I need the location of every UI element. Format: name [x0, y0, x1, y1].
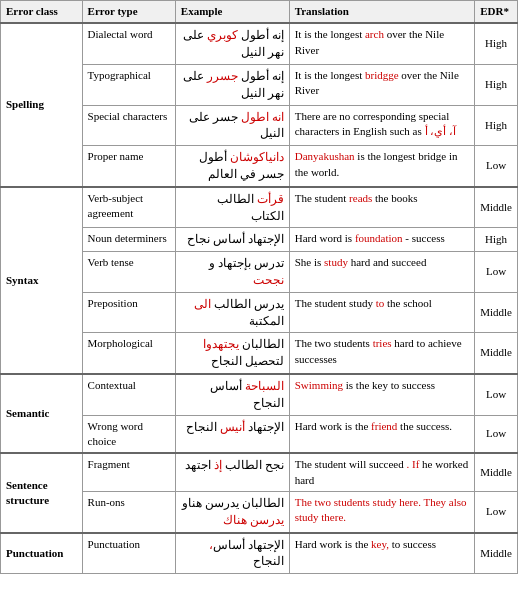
- punctuation-class: Punctuation: [1, 533, 83, 574]
- error-type: Noun determiners: [82, 228, 175, 252]
- error-type: Special characters: [82, 105, 175, 146]
- example-arabic: دانياكوشان أطول جسر في العالم: [175, 146, 289, 187]
- example-arabic: الإجتهاد أساس، النجاح: [175, 533, 289, 574]
- table-row: Spelling Dialectal word إنه أطول كوبري ع…: [1, 23, 518, 64]
- spelling-class: Spelling: [1, 23, 83, 186]
- translation-text: The student reads the books: [289, 187, 474, 228]
- edr-value: High: [475, 23, 518, 64]
- example-arabic: يدرس الطالب الى المكتبة: [175, 292, 289, 333]
- edr-value: Low: [475, 415, 518, 453]
- error-type: Verb-subject agreement: [82, 187, 175, 228]
- translation-text: It is the longest bridgge over the Nile …: [289, 64, 474, 105]
- example-arabic: تدرس بإجتهاد و نجحت: [175, 252, 289, 293]
- error-type: Wrong word choice: [82, 415, 175, 453]
- translation-text: The two students study here. They also s…: [289, 492, 474, 533]
- error-type: Proper name: [82, 146, 175, 187]
- header-error-type: Error type: [82, 1, 175, 24]
- example-arabic: الإجتهاد أساس نجاح: [175, 228, 289, 252]
- edr-value: High: [475, 105, 518, 146]
- translation-text: Swimming is the key to success: [289, 374, 474, 415]
- error-type: Punctuation: [82, 533, 175, 574]
- edr-value: Middle: [475, 292, 518, 333]
- edr-value: Middle: [475, 187, 518, 228]
- error-type: Typographical: [82, 64, 175, 105]
- translation-text: There are no corresponding special chara…: [289, 105, 474, 146]
- table-row: Syntax Verb-subject agreement قرأت الطال…: [1, 187, 518, 228]
- error-type: Verb tense: [82, 252, 175, 293]
- translation-text: Hard word is foundation - success: [289, 228, 474, 252]
- edr-value: Low: [475, 252, 518, 293]
- translation-text: Hard work is the friend the success.: [289, 415, 474, 453]
- translation-text: Hard work is the key, to success: [289, 533, 474, 574]
- error-type: Contextual: [82, 374, 175, 415]
- error-type: Preposition: [82, 292, 175, 333]
- example-arabic: قرأت الطالب الكتاب: [175, 187, 289, 228]
- translation-text: The two students tries hard to achieve s…: [289, 333, 474, 374]
- error-type: Fragment: [82, 453, 175, 491]
- header-example: Example: [175, 1, 289, 24]
- translation-text: It is the longest arch over the Nile Riv…: [289, 23, 474, 64]
- example-arabic: السباحة أساس النجاح: [175, 374, 289, 415]
- example-arabic: إنه أطول جسرر على نهر النيل: [175, 64, 289, 105]
- example-arabic: الطالبان يجتهدوا لتحصيل النجاح: [175, 333, 289, 374]
- example-arabic: انه اطول جسر على النيل: [175, 105, 289, 146]
- error-type: Run-ons: [82, 492, 175, 533]
- edr-value: Low: [475, 492, 518, 533]
- header-edr: EDR*: [475, 1, 518, 24]
- edr-value: Low: [475, 146, 518, 187]
- table-row: Punctuation Punctuation الإجتهاد أساس، ا…: [1, 533, 518, 574]
- edr-value: Middle: [475, 453, 518, 491]
- header-error-class: Error class: [1, 1, 83, 24]
- table-row: Sentence structure Fragment نجح الطالب إ…: [1, 453, 518, 491]
- translation-text: Danyakushan is the longest bridge in the…: [289, 146, 474, 187]
- example-arabic: إنه أطول كوبري على نهر النيل: [175, 23, 289, 64]
- example-arabic: الإجتهاد أنيس النجاح: [175, 415, 289, 453]
- translation-text: The student study to the school: [289, 292, 474, 333]
- sentence-structure-class: Sentence structure: [1, 453, 83, 532]
- error-type: Dialectal word: [82, 23, 175, 64]
- semantic-class: Semantic: [1, 374, 83, 453]
- edr-value: Middle: [475, 533, 518, 574]
- main-table: Error class Error type Example Translati…: [0, 0, 518, 574]
- translation-text: She is study hard and succeed: [289, 252, 474, 293]
- edr-value: High: [475, 64, 518, 105]
- syntax-class: Syntax: [1, 187, 83, 374]
- example-arabic: الطالبان يدرسن هناو يدرسن هناك: [175, 492, 289, 533]
- example-arabic: نجح الطالب إذ اجتهد: [175, 453, 289, 491]
- table-row: Semantic Contextual السباحة أساس النجاح …: [1, 374, 518, 415]
- edr-value: Low: [475, 374, 518, 415]
- edr-value: Middle: [475, 333, 518, 374]
- error-type: Morphological: [82, 333, 175, 374]
- edr-value: High: [475, 228, 518, 252]
- header-translation: Translation: [289, 1, 474, 24]
- translation-text: The student will succeed . If he worked …: [289, 453, 474, 491]
